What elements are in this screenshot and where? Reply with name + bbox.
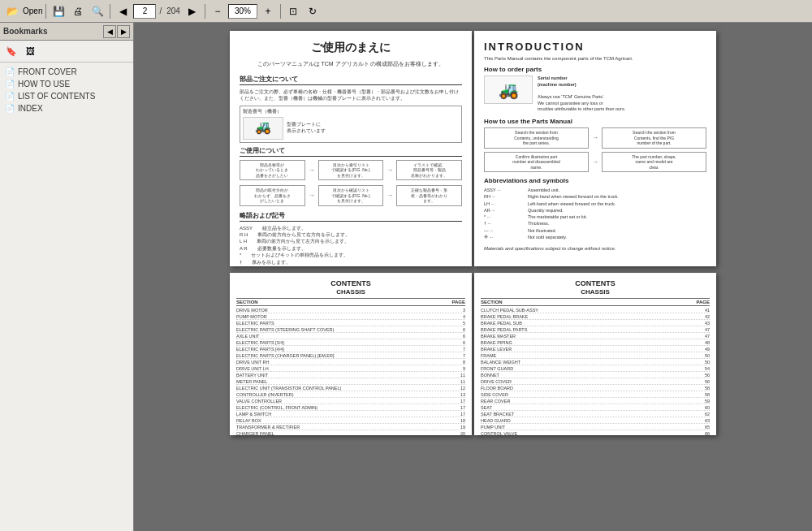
how-to-box-2: Search the section fromContents, find th…	[602, 127, 706, 149]
row-name: METER PANEL	[236, 379, 449, 384]
table-row: BRAKE PEDAL PARTS47	[481, 326, 710, 333]
abbr-key-lh: LH ···	[484, 201, 525, 207]
jp-flow-box-2b: 目次から確認リストで確認する(FIG. No.)を見付けます。	[318, 185, 384, 206]
how-to-grid: Search the section fromContents, underst…	[484, 127, 706, 149]
jp-title: ご使用のまえに	[240, 41, 462, 55]
arrow-right-icon: ▶	[188, 6, 196, 17]
how-to-box-1: Search the section fromContents, underst…	[484, 127, 589, 149]
table-row: BALANCE WEIGHT50	[481, 359, 710, 365]
thumbnails-tab-button[interactable]: 🖼	[22, 43, 38, 59]
jp-subtitle: このパーツマニュアルは TCM アグリカルト の構成部品をお客様します。	[240, 60, 462, 68]
forklift-image-right: 🚜	[484, 76, 533, 104]
row-name: BRAKE PEDAL PARTS	[481, 327, 693, 332]
row-num: 3	[449, 308, 465, 313]
forklift-image-left: 🚜	[243, 117, 283, 140]
row-num: 41	[693, 308, 710, 313]
table-row: ELECTRIC PARTS [3/4]6	[236, 339, 465, 346]
save-button[interactable]: 💾	[50, 2, 67, 20]
jp-flow-box-1c: イラストで確認、部品番号等・製品名称がわかります。	[396, 160, 462, 181]
table-row: ELECTRIC PARTS (CHARGER PANEL) [EM,ER]7	[236, 352, 465, 359]
intro-title: INTRODUCTION	[484, 41, 706, 53]
table-row: DRIVE UNIT RH8	[236, 359, 465, 365]
contents-page-left: CONTENTS CHASSIS SECTION PAGE DRIVE MOTO…	[230, 273, 472, 435]
intro-section1: How to order parts	[484, 66, 706, 73]
table-row: DRIVE MOTOR3	[236, 307, 465, 313]
row-name: VALVE CONTROLLER	[236, 399, 449, 404]
rotate-button[interactable]: ↻	[304, 2, 322, 20]
prev-page-button[interactable]: ◀	[114, 2, 132, 20]
table-row: FLOOR BOARD58	[481, 385, 710, 391]
row-name: BRAKE PEDAL BRAKE	[481, 314, 693, 319]
row-num: 63	[693, 418, 710, 423]
jp-flow-1: 部品名称等がわかっているとき品番をさがしたい → 目次から索引リストで確認する(…	[240, 160, 462, 181]
content-area[interactable]: ご使用のまえに このパーツマニュアルは TCM アグリカルト の構成部品をお客様…	[134, 23, 812, 531]
row-num: 47	[693, 334, 710, 339]
bottom-page-spread: CONTENTS CHASSIS SECTION PAGE DRIVE MOTO…	[230, 273, 716, 435]
row-num: 59	[693, 399, 710, 404]
next-page-button[interactable]: ▶	[184, 2, 201, 20]
abbr-val-assy: Assembled unit.	[528, 187, 559, 193]
contents-left-section-label: SECTION	[236, 300, 258, 304]
row-num: 58	[693, 392, 710, 397]
row-name: ELECTRIC PARTS (STEERING SHAFT COVER)	[236, 327, 449, 332]
jp-order-note: 型番プレートに表示されています	[287, 122, 459, 133]
zoom-plus-button[interactable]: +	[259, 2, 277, 20]
row-name: FLOOR BOARD	[481, 386, 693, 391]
row-name: ELECTRIC PARTS [3/4]	[236, 340, 449, 345]
bookmark-label-how-to-use: HOW TO USE	[18, 80, 70, 88]
bookmark-label-index: INDEX	[18, 104, 43, 113]
main-layout: Bookmarks ◀ ▶ 🔖 🖼 📄 FRONT COVER 📄 HOW TO…	[0, 23, 812, 531]
row-num: 17	[449, 405, 465, 410]
plus-icon: +	[265, 6, 270, 17]
fit-icon: ⊡	[289, 6, 297, 17]
sidebar: Bookmarks ◀ ▶ 🔖 🖼 📄 FRONT COVER 📄 HOW TO…	[0, 23, 134, 531]
abbr-row-dash: — ···Not illustrated.	[484, 227, 706, 234]
intro-subtitle: This Parts Manual contains the component…	[484, 56, 706, 61]
open-label: Open	[23, 6, 42, 15]
table-row: RELAY BOX18	[236, 417, 465, 424]
jp-section1-text: 部品をご注文の際、必ず車種の名称・仕様・機器番号（型番）・部品番号および注文数を…	[240, 88, 462, 102]
separator4	[280, 4, 281, 19]
jp-arrow-1: →	[309, 166, 315, 174]
table-row: ELECTRIC PARTS [4/4]7	[236, 346, 465, 352]
jp-flow-box-1b: 目次から索引リストで確認する(FIG. No.)を見付けます。	[318, 160, 384, 181]
row-name: ELECTRIC PARTS [4/4]	[236, 347, 449, 352]
intro-footer: Materials and specifications subject to …	[484, 245, 706, 252]
how-to-arrow-1: →	[590, 134, 600, 141]
jp-arrow-2: →	[387, 166, 393, 174]
page-number-input[interactable]	[133, 4, 156, 19]
bookmark-item-front-cover[interactable]: 📄 FRONT COVER	[0, 66, 133, 78]
abbr-row-ref: ※ ···Not sold separately.	[484, 234, 706, 240]
table-row: DRIVE COVER56	[481, 378, 710, 385]
row-name: HEAD GUARD	[481, 418, 693, 423]
bookmarks-tab-button[interactable]: 🔖	[3, 43, 19, 59]
minus-icon: −	[214, 6, 220, 17]
sidebar-title: Bookmarks	[3, 27, 47, 36]
page-separator: /	[158, 6, 163, 15]
abbr-val-dash: Not illustrated.	[528, 227, 556, 234]
sidebar-expand-button[interactable]: ▶	[117, 25, 130, 38]
open-button[interactable]: 📂	[3, 2, 21, 20]
table-row: BRAKE PIPING48	[481, 339, 710, 346]
bookmark-item-how-to-use[interactable]: 📄 HOW TO USE	[0, 78, 133, 90]
row-num: 43	[693, 321, 710, 326]
bookmark-item-index[interactable]: 📄 INDEX	[0, 102, 133, 114]
abbr-key-star: * ···	[484, 214, 525, 220]
table-row: ELECTRIC (CONTROL, FRONT ADMIN)17	[236, 404, 465, 411]
zoom-out-button[interactable]: −	[209, 2, 227, 20]
bookmark-list: 📄 FRONT COVER 📄 HOW TO USE 📄 LIST OF CON…	[0, 63, 133, 531]
print-button[interactable]: 🖨	[69, 2, 87, 20]
row-name: RELAY BOX	[236, 418, 449, 423]
row-num: 11	[449, 373, 465, 378]
table-row: TRANSFORMER & RECTIFIER19	[236, 424, 465, 430]
abbr-row-rh: RH ···Right-hand when viewed forward on …	[484, 193, 706, 200]
contents-left-header: SECTION PAGE	[236, 298, 465, 306]
toolbar: 📂 Open 💾 🖨 🔍 ◀ / 204 ▶ − + ⊡ ↻	[0, 0, 812, 23]
intro-diagram-text: Serial number(machine number) Always use…	[538, 76, 706, 113]
zoom-input[interactable]	[228, 4, 257, 19]
bookmark-item-list-of-contents[interactable]: 📄 LIST OF CONTENTS	[0, 90, 133, 102]
how-to-arrow-2: →	[590, 158, 600, 166]
fit-button[interactable]: ⊡	[284, 2, 302, 20]
sidebar-collapse-button[interactable]: ◀	[103, 25, 116, 38]
zoom-in-button[interactable]: 🔍	[89, 2, 106, 20]
